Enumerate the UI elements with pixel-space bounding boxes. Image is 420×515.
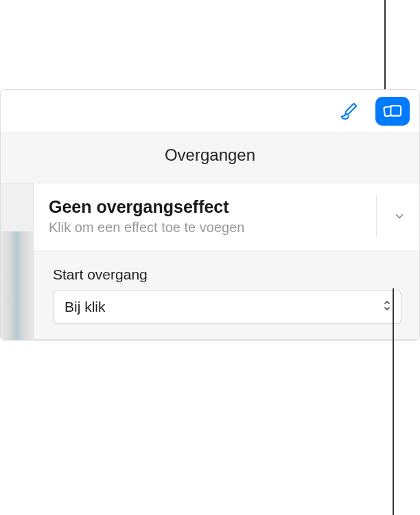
paintbrush-icon <box>338 101 359 122</box>
select-value: Bij klik <box>65 299 106 314</box>
panel-title: Overgangen <box>1 133 419 183</box>
effect-title: Geen overgangseffect <box>49 197 376 217</box>
animate-icon <box>382 100 404 122</box>
svg-rect-1 <box>390 106 401 116</box>
slide-thumbnail-strip <box>1 183 34 340</box>
callout-line-top <box>384 0 386 89</box>
content-area: Geen overgangseffect Klik om een effect … <box>1 183 419 340</box>
callout-line-bottom <box>393 288 394 515</box>
updown-icon <box>383 299 391 315</box>
start-transition-select[interactable]: Bij klik <box>53 290 401 324</box>
main-panel: Geen overgangseffect Klik om een effect … <box>34 183 419 340</box>
animate-tab-button[interactable] <box>375 97 410 126</box>
format-tab-button[interactable] <box>331 97 366 126</box>
start-transition-label: Start overgang <box>53 266 401 283</box>
effect-text: Geen overgangseffect Klik om een effect … <box>49 197 376 236</box>
chevron-down-icon <box>376 196 406 237</box>
transition-effect-selector[interactable]: Geen overgangseffect Klik om een effect … <box>34 183 419 251</box>
start-transition-section: Start overgang Bij klik <box>34 251 419 340</box>
inspector-panel: Overgangen Geen overgangseffect Klik om … <box>0 89 420 341</box>
effect-subtitle: Klik om een effect toe te voegen <box>49 220 376 236</box>
inspector-toolbar <box>1 90 419 133</box>
